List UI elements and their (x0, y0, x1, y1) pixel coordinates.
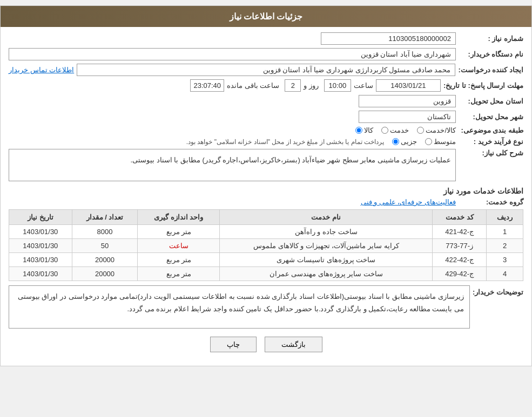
table-row: 1ج-42-421ساخت جاده و راه‌آهنمتر مربع8000… (9, 225, 523, 239)
category-label-khedmat: خدمت (390, 126, 409, 134)
purchase-radio-jozi[interactable] (392, 138, 399, 145)
need-number-row: شماره نیاز : 1103005180000002 (9, 32, 523, 45)
cell-row: 3 (487, 253, 523, 267)
deadline-time: 10:00 (324, 79, 351, 92)
city-row: شهر محل تحویل: تاکستان (9, 111, 523, 123)
contact-link[interactable]: اطلاعات تماس خریدار (9, 66, 74, 74)
col-row: ردیف (487, 210, 523, 225)
purchase-option-motavasset[interactable]: متوسط (425, 138, 456, 146)
col-code: کد خدمت (433, 210, 487, 225)
requester-row: ایجاد کننده درخواست: محمد صادقی مسئول کا… (9, 64, 523, 76)
page-title: جزئیات اطلاعات نیاز (230, 12, 303, 21)
purchase-label-motavasset: متوسط (434, 138, 456, 146)
cell-quantity: 20000 (72, 267, 138, 281)
cell-unit: متر مربع (138, 225, 220, 239)
buyer-notes-label: توضیحات خریدار: (473, 285, 523, 296)
purchase-type-radio-group: متوسط جزیی (392, 138, 456, 146)
requester-label: ایجاد کننده درخواست: (458, 66, 523, 74)
cell-date: 1403/01/30 (9, 267, 72, 281)
page-header: جزئیات اطلاعات نیاز (1, 6, 531, 27)
service-group-value[interactable]: فعالیت‌های حرفه‌ای، علمی و فنی (361, 198, 456, 206)
cell-name: ساخت پروژه‌های تاسیسات شهری (220, 253, 433, 267)
category-label-kala: کالا (364, 126, 373, 134)
city-label: شهر محل تحویل: (459, 113, 523, 121)
deadline-time-label: ساعت (354, 81, 373, 90)
cell-row: 4 (487, 267, 523, 281)
cell-code: ج-42-422 (433, 253, 487, 267)
description-label: شرح کلی نیاز: (459, 149, 523, 157)
purchase-note: پرداخت تمام یا بخشی از مبلغ خرید از محل … (186, 138, 384, 146)
cell-date: 1403/01/30 (9, 225, 72, 239)
province-label: استان محل تحویل: (459, 97, 523, 105)
col-name: نام خدمت (220, 210, 433, 225)
service-group-row: گروه خدمت: فعالیت‌های حرفه‌ای، علمی و فن… (9, 198, 523, 206)
category-radio-kala-khedmat[interactable] (417, 127, 424, 134)
cell-date: 1403/01/30 (9, 239, 72, 253)
cell-unit: متر مربع (138, 267, 220, 281)
page-container: جزئیات اطلاعات نیاز شماره نیاز : 1103005… (0, 5, 532, 366)
purchase-label-jozi: جزیی (401, 138, 417, 146)
cell-row: 2 (487, 239, 523, 253)
org-name-label: نام دستگاه خریدار: (459, 50, 523, 58)
description-row: شرح کلی نیاز: عملیات زیرسازی ماشینی معاب… (9, 149, 523, 181)
cell-name: ساخت سایر پروژه‌های مهندسی عمران (220, 267, 433, 281)
need-number-value: 1103005180000002 (321, 32, 456, 45)
cell-code: ج-42-421 (433, 225, 487, 239)
cell-date: 1403/01/30 (9, 253, 72, 267)
province-row: استان محل تحویل: قزوین (9, 95, 523, 107)
deadline-row: مهلت ارسال پاسخ: تا تاریخ: 1403/01/21 سا… (9, 79, 523, 92)
category-option-khedmat[interactable]: خدمت (381, 126, 409, 134)
col-quantity: تعداد / مقدار (72, 210, 138, 225)
category-radio-khedmat[interactable] (381, 127, 388, 134)
purchase-type-row: نوع فرآیند خرید : متوسط جزیی پرداخت تمام… (9, 138, 523, 146)
category-label: طبقه بندی موضوعی: (459, 126, 523, 134)
category-option-kala[interactable]: کالا (355, 126, 373, 134)
cell-quantity: 50 (72, 239, 138, 253)
cell-code: ج-42-429 (433, 267, 487, 281)
print-button[interactable]: چاپ (210, 337, 257, 352)
col-unit: واحد اندازه گیری (138, 210, 220, 225)
buyer-notes-row: توضیحات خریدار: زیرسازی ماشینی مطابق با … (9, 285, 523, 329)
deadline-label: مهلت ارسال پاسخ: تا تاریخ: (443, 81, 523, 90)
cell-unit: متر مربع (138, 253, 220, 267)
category-radio-kala[interactable] (355, 127, 362, 134)
deadline-days: 2 (285, 79, 301, 92)
cell-quantity: 8000 (72, 225, 138, 239)
category-option-kala-khedmat[interactable]: کالا/خدمت (417, 126, 456, 134)
purchase-radio-motavasset[interactable] (425, 138, 432, 145)
cell-quantity: 20000 (72, 253, 138, 267)
cell-name: ساخت جاده و راه‌آهن (220, 225, 433, 239)
purchase-option-jozi[interactable]: جزیی (392, 138, 417, 146)
category-label-kala-khedmat: کالا/خدمت (426, 126, 456, 134)
table-row: 2ز-77-773کرایه سایر ماشین‌آلات، تجهیزات … (9, 239, 523, 253)
deadline-remaining: 23:07:40 (190, 79, 224, 92)
purchase-type-label: نوع فرآیند خرید : (459, 138, 523, 146)
cell-code: ز-77-773 (433, 239, 487, 253)
buyer-notes-text: زیرسازی ماشینی مطابق با اسناد بیوستی(اطل… (9, 285, 470, 329)
back-button[interactable]: بازگشت (265, 337, 322, 352)
cell-name: کرایه سایر ماشین‌آلات، تجهیزات و کالاهای… (220, 239, 433, 253)
service-group-label: گروه خدمت: (459, 198, 523, 206)
services-section-title: اطلاعات خدمات مورد نیاز (9, 187, 523, 195)
content-area: شماره نیاز : 1103005180000002 نام دستگاه… (1, 27, 531, 366)
city-value: تاکستان (359, 111, 456, 123)
requester-value: محمد صادقی مسئول کاربردارژی شهرداری ضیا … (77, 64, 455, 76)
category-radio-group: کالا/خدمت خدمت کالا (355, 126, 456, 134)
col-date: تاریخ نیاز (9, 210, 72, 225)
cell-row: 1 (487, 225, 523, 239)
deadline-date: 1403/01/21 (376, 79, 441, 92)
buttons-row: بازگشت چاپ (9, 337, 523, 352)
category-row: طبقه بندی موضوعی: کالا/خدمت خدمت کالا (9, 126, 523, 134)
org-name-value: شهرداری ضیا آباد استان قزوین (9, 48, 456, 60)
need-number-label: شماره نیاز : (459, 35, 523, 43)
table-row: 4ج-42-429ساخت سایر پروژه‌های مهندسی عمرا… (9, 267, 523, 281)
services-table: ردیف کد خدمت نام خدمت واحد اندازه گیری ت… (9, 209, 523, 281)
deadline-days-label: روز و (304, 81, 319, 90)
cell-unit: ساعت (138, 239, 220, 253)
deadline-remaining-label: ساعت باقی مانده (227, 81, 279, 90)
description-text: عملیات زیرسازی ماشینی معابر سطح شهر ضیاء… (9, 149, 456, 181)
org-name-row: نام دستگاه خریدار: شهرداری ضیا آباد استا… (9, 48, 523, 60)
table-row: 3ج-42-422ساخت پروژه‌های تاسیسات شهریمتر … (9, 253, 523, 267)
province-value: قزوین (359, 95, 456, 107)
